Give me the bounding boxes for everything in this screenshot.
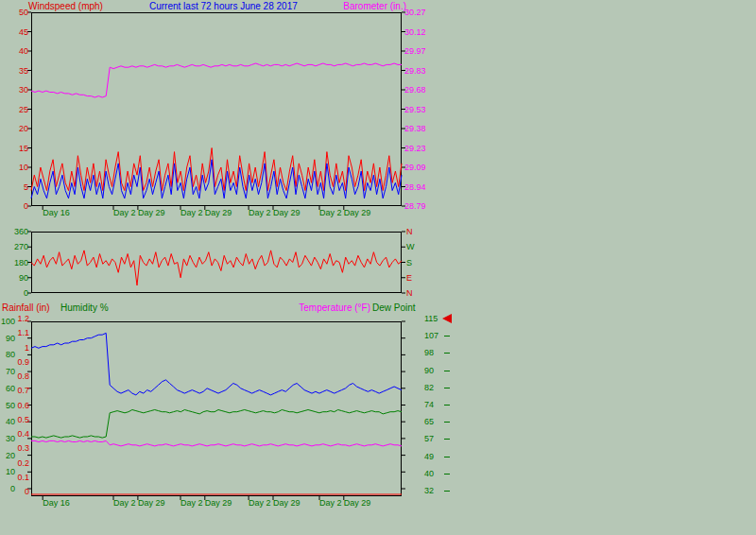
axis-tick-label: 25 (0, 105, 28, 114)
axis-tick-label: 0.6 (13, 401, 29, 410)
axis-tick-label: 29.97 (404, 46, 426, 56)
axis-tick-label: 0.4 (13, 429, 29, 439)
axis-tick-label: 98 (424, 348, 434, 357)
axis-tick-label: W (406, 242, 415, 251)
axis-tick-label: 15 (0, 144, 28, 153)
axis-tick-label: 5 (0, 182, 28, 192)
dewpoint-axis-title: Dew Point (372, 302, 416, 313)
weather-graphs-screen: Windspeed (mph) Current last 72 hours Ju… (0, 0, 756, 535)
temp-scale-tick (444, 371, 450, 371)
axis-tick-label: 35 (0, 66, 28, 76)
humidity-axis-title: Humidity % (60, 302, 109, 313)
axis-tick-label: 49 (424, 452, 434, 461)
axis-tick-label: 90 (424, 366, 434, 375)
axis-tick-label: 107 (424, 331, 438, 340)
x-axis-day-label: Day 2 (319, 498, 342, 508)
axis-tick-label: 28.94 (404, 182, 426, 192)
axis-tick-label: 115 (424, 314, 438, 323)
axis-tick-label: 20 (0, 124, 28, 133)
axis-tick-label: N (406, 288, 413, 298)
axis-tick-label: 0.8 (13, 371, 29, 381)
axis-tick-label: 40 (424, 469, 434, 478)
rainfall-axis-title: Rainfall (in) (2, 302, 50, 313)
axis-tick-label: 0.9 (13, 357, 29, 367)
axis-tick-label: 0 (0, 288, 28, 298)
axis-tick-label: 30 (0, 85, 28, 95)
windspeed-barometer-chart (31, 12, 402, 206)
x-axis-day-label: Day 29 (138, 208, 165, 217)
temp-scale-tick (444, 422, 450, 423)
axis-tick-label: 29.23 (404, 144, 426, 153)
axis-tick-label: 29.83 (404, 66, 426, 76)
x-axis-day-label: Day 29 (205, 498, 232, 508)
axis-tick-label: 29.38 (404, 124, 426, 133)
temperature-marker-arrow-icon (442, 314, 452, 323)
axis-tick-label: E (406, 273, 412, 283)
axis-tick-label: 0 (13, 487, 29, 496)
axis-tick-label: 0.5 (13, 415, 29, 424)
barometer-axis-title: Barometer (in.) (312, 1, 406, 11)
axis-tick-label: 74 (424, 400, 434, 409)
temp-scale-tick (444, 439, 450, 440)
axis-tick-label: 10 (0, 163, 28, 172)
axis-tick-label: 270 (0, 242, 28, 251)
axis-tick-label: 28.79 (404, 201, 426, 211)
axis-tick-label: 65 (424, 417, 434, 426)
axis-tick-label: 0.2 (13, 458, 29, 468)
x-axis-day-label: Day 2 (249, 208, 271, 217)
axis-tick-label: 30.27 (404, 8, 426, 17)
axis-tick-label: 1.1 (13, 328, 29, 337)
x-axis-day-label: Day 2 (113, 498, 136, 508)
x-axis-day-label: Day 29 (273, 498, 301, 508)
axis-tick-label: 1 (13, 343, 29, 353)
temp-scale-tick (444, 336, 450, 337)
temp-scale-tick (444, 457, 450, 457)
x-axis-day-label: Day 2 (113, 208, 136, 217)
x-axis-day-label: Day 2 (180, 208, 203, 217)
windspeed-axis-title: Windspeed (mph) (28, 1, 103, 11)
axis-tick-label: 0 (0, 201, 28, 211)
temp-scale-tick (444, 491, 450, 492)
x-axis-day-label: Day 2 (249, 498, 271, 508)
temperature-axis-title: Temperature (°F) (276, 302, 370, 313)
axis-tick-label: 30.12 (404, 27, 426, 37)
temp-scale-tick (444, 405, 450, 406)
wind-direction-chart (31, 232, 402, 293)
axis-tick-label: 0.7 (13, 386, 29, 395)
temp-scale-tick (444, 353, 450, 354)
axis-tick-label: 29.68 (404, 85, 426, 95)
x-axis-day-label: Day 29 (205, 208, 232, 217)
x-axis-day-label: Day 29 (273, 208, 301, 217)
x-axis-day-label: Day 2 (319, 208, 342, 217)
axis-tick-label: S (406, 258, 412, 268)
axis-tick-label: 32 (424, 486, 434, 495)
x-axis-day-label: Day 29 (344, 498, 371, 508)
axis-tick-label: 90 (0, 273, 28, 283)
axis-tick-label: 0.3 (13, 443, 29, 453)
temp-scale-tick (444, 388, 450, 388)
axis-tick-label: 50 (0, 8, 28, 17)
x-axis-day-label: Day 29 (344, 208, 371, 217)
x-axis-day-label: Day 29 (138, 498, 165, 508)
x-axis-day-label: Day 2 (180, 498, 203, 508)
axis-tick-label: 40 (0, 46, 28, 56)
axis-tick-label: 180 (0, 258, 28, 268)
temp-scale-tick (444, 474, 450, 475)
x-axis-day-label: Day 16 (43, 208, 70, 217)
axis-tick-label: N (406, 227, 413, 236)
axis-tick-label: 1.2 (13, 314, 29, 323)
axis-tick-label: 82 (424, 383, 434, 392)
chart-title: Current last 72 hours June 28 2017 (149, 1, 298, 11)
rain-humidity-temperature-chart (31, 321, 402, 496)
axis-tick-label: 45 (0, 27, 28, 37)
axis-tick-label: 360 (0, 227, 28, 236)
axis-tick-label: 57 (424, 434, 434, 443)
axis-tick-label: 0.1 (13, 473, 29, 482)
axis-tick-label: 29.53 (404, 105, 426, 114)
axis-tick-label: 29.09 (404, 163, 426, 172)
x-axis-day-label: Day 16 (43, 498, 70, 508)
